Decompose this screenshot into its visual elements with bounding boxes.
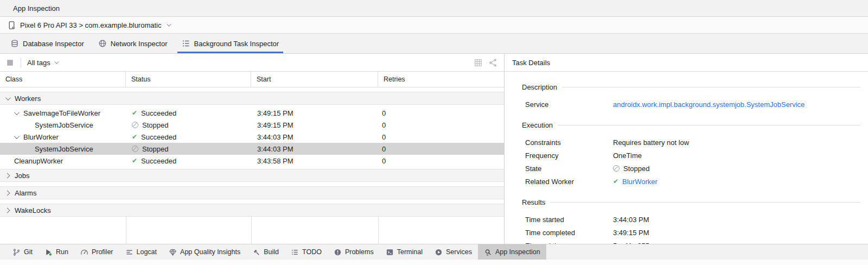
details-value: 3:49:15 PM — [613, 229, 649, 237]
status-icon — [613, 165, 620, 172]
tab-icon — [98, 39, 107, 48]
table-group-row[interactable]: WakeLocks — [0, 204, 504, 217]
tag-filter-dropdown[interactable]: All tags — [27, 59, 58, 67]
tool-window-button[interactable]: TODO — [285, 244, 328, 260]
toolbar-separator — [21, 58, 21, 68]
details-value[interactable]: BlurWorker — [622, 178, 658, 186]
group-chevron-icon[interactable] — [5, 207, 10, 213]
table-row[interactable]: BlurWorker ✔ Succeeded 3:44:03 PM 0 — [0, 131, 504, 143]
retries-cell: 0 — [378, 121, 504, 129]
inspector-tab[interactable]: Network Inspector — [91, 34, 175, 53]
stop-inspector-icon[interactable] — [5, 58, 15, 67]
inspector-tabs: Database Inspector Network Inspector Bac… — [0, 34, 868, 54]
tool-window-label: TODO — [302, 248, 322, 256]
task-details-header: Task Details — [505, 54, 868, 72]
details-value: Requires battery not low — [613, 138, 689, 147]
group-chevron-icon[interactable] — [5, 190, 10, 195]
table-group-row[interactable]: Alarms — [0, 186, 504, 199]
tool-window-titlebar: App Inspection — [0, 0, 868, 17]
worker-class-name: BlurWorker — [23, 133, 59, 141]
details-rows: Service androidx.work.impl.background.sy… — [522, 98, 860, 111]
details-label: Constraints — [522, 138, 613, 147]
table-toolbar: All tags — [0, 54, 504, 72]
tool-window-button[interactable]: Run — [39, 244, 74, 260]
tool-window-label: Services — [446, 248, 472, 256]
class-cell: SaveImageToFileWorker — [0, 109, 126, 117]
tool-window-label: Logcat — [137, 248, 157, 256]
details-value: OneTime — [613, 152, 642, 160]
status-text: Succeeded — [141, 133, 176, 141]
task-table-pane: All tags Class Status Start Retries Work… — [0, 54, 505, 244]
main-area: All tags Class Status Start Retries Work… — [0, 54, 868, 244]
status-icon: ✔ — [613, 178, 618, 185]
details-section-title: Results — [522, 198, 545, 206]
start-cell: 3:49:15 PM — [251, 109, 378, 117]
tool-window-button[interactable]: App Quality Insights — [163, 244, 246, 260]
details-value[interactable]: androidx.work.impl.background.systemjob.… — [613, 100, 805, 109]
chevron-down-icon — [167, 22, 171, 26]
details-label: Frequency — [522, 152, 613, 160]
start-cell: 3:44:03 PM — [251, 133, 378, 141]
tool-window-icon — [334, 248, 342, 256]
class-cell: SystemJobService — [0, 145, 126, 153]
tool-window-button[interactable]: App Inspection — [478, 244, 546, 260]
details-label: Service — [522, 100, 613, 109]
details-row: Time completed 3:49:15 PM — [522, 226, 860, 239]
device-selector[interactable]: Pixel 6 Pro API 33 > com.example.bluroma… — [0, 17, 868, 34]
tool-window-icon — [125, 248, 133, 256]
details-label: Time started — [522, 216, 613, 224]
group-chevron-icon[interactable] — [5, 95, 11, 100]
table-view-icon[interactable] — [474, 58, 483, 67]
tool-window-button[interactable]: Logcat — [119, 244, 163, 260]
tool-window-button[interactable]: Git — [7, 244, 39, 260]
tool-window-icon — [169, 248, 177, 256]
tool-window-label: Run — [56, 248, 68, 256]
tab-label: Network Inspector — [111, 40, 168, 48]
graph-view-icon[interactable] — [488, 58, 497, 67]
worker-class-name: SystemJobService — [35, 145, 93, 153]
table-row[interactable]: SystemJobService Stopped 3:49:15 PM 0 — [0, 119, 504, 131]
details-section-header: Results — [522, 198, 860, 206]
inspector-tab[interactable]: Background Task Inspector — [175, 34, 286, 53]
window-bottom-strip — [0, 260, 868, 265]
column-header-retries[interactable]: Retries — [378, 72, 504, 87]
chevron-down-icon[interactable] — [14, 134, 20, 139]
tool-window-icon — [435, 248, 443, 256]
inspector-tab[interactable]: Database Inspector — [3, 34, 91, 53]
status-icon — [132, 146, 138, 152]
column-header-status[interactable]: Status — [126, 72, 251, 87]
tool-window-icon — [12, 248, 21, 256]
tool-window-button[interactable]: Build — [246, 244, 285, 260]
tool-window-button[interactable]: Terminal — [380, 244, 429, 260]
status-icon: ✔ — [132, 157, 137, 164]
group-label: WakeLocks — [15, 206, 51, 214]
details-label: Elapsed time — [522, 242, 613, 244]
group-label: Workers — [15, 94, 41, 103]
tool-window-title: App Inspection — [13, 4, 60, 12]
tool-window-label: Terminal — [397, 248, 423, 256]
tool-window-button[interactable]: Services — [429, 244, 478, 260]
status-text: Succeeded — [141, 157, 176, 165]
task-details-content: Description Service androidx.work.impl.b… — [505, 72, 868, 244]
empty-table-area — [0, 217, 504, 244]
table-group-row[interactable]: Workers — [0, 92, 504, 105]
tool-window-button[interactable]: Profiler — [74, 244, 119, 260]
tool-window-bar: Git Run Profiler Logcat App Quality Insi… — [0, 244, 868, 260]
tab-label: Database Inspector — [23, 40, 84, 48]
column-header-start[interactable]: Start — [251, 72, 378, 87]
details-label: Time completed — [522, 229, 613, 237]
table-header-row: Class Status Start Retries — [0, 72, 504, 87]
table-row[interactable]: CleanupWorker ✔ Succeeded 3:43:58 PM 0 — [0, 155, 504, 167]
status-icon — [132, 122, 138, 128]
chevron-down-icon[interactable] — [14, 110, 20, 115]
tool-window-button[interactable]: Problems — [328, 244, 380, 260]
start-cell: 3:43:58 PM — [251, 157, 378, 165]
table-row[interactable]: SaveImageToFileWorker ✔ Succeeded 3:49:1… — [0, 107, 504, 119]
table-group-row[interactable]: Jobs — [0, 169, 504, 182]
group-chevron-icon[interactable] — [5, 173, 10, 178]
column-header-class[interactable]: Class — [0, 72, 126, 87]
tool-window-label: App Inspection — [495, 248, 540, 256]
table-row[interactable]: SystemJobService Stopped 3:44:03 PM 0 — [0, 143, 504, 155]
section-divider — [562, 87, 860, 87]
tab-icon — [182, 39, 190, 48]
